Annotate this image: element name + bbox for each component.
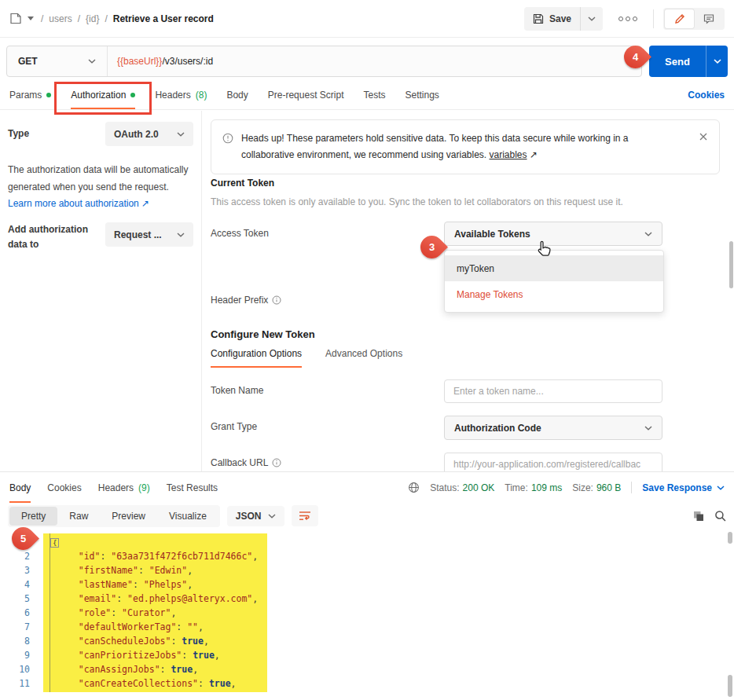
copy-icon[interactable] <box>693 511 704 522</box>
response-tab-body[interactable]: Body <box>9 472 31 503</box>
chevron-down-icon <box>177 233 185 237</box>
header-prefix-label: Header Prefix <box>211 295 281 306</box>
pencil-icon <box>674 13 685 24</box>
request-tab-settings[interactable]: Settings <box>406 81 439 109</box>
format-dropdown[interactable]: JSON <box>227 506 284 526</box>
cookies-link[interactable]: Cookies <box>688 90 725 101</box>
tab-label: Tests <box>363 90 385 101</box>
variables-link[interactable]: variables <box>490 149 527 160</box>
config-tab-configuration-options[interactable]: Configuration Options <box>211 348 302 368</box>
tab-label: Cookies <box>47 482 81 493</box>
view-tab-pretty[interactable]: Pretty <box>9 507 57 526</box>
line-content: { <box>39 535 59 549</box>
method-dropdown[interactable]: GET <box>7 56 107 67</box>
line-number[interactable]: 8 <box>0 634 39 648</box>
edit-button[interactable] <box>665 9 694 28</box>
token-name-label: Token Name <box>211 385 263 396</box>
info-icon <box>272 295 281 305</box>
more-options-button[interactable] <box>612 12 644 26</box>
auth-type-dropdown[interactable]: OAuth 2.0 <box>105 122 193 146</box>
url-variable: {{baseUrl}} <box>117 56 162 67</box>
breadcrumb-item-users[interactable]: users <box>49 13 72 24</box>
access-token-dropdown[interactable]: Available Tokens <box>444 222 662 246</box>
method-value: GET <box>18 56 38 67</box>
close-icon[interactable] <box>699 130 708 163</box>
code-line: 10 "canAssignJobs": true, <box>0 662 734 676</box>
add-to-dropdown[interactable]: Request ... <box>105 222 193 247</box>
request-tab-pre-request-script[interactable]: Pre-request Script <box>268 81 344 109</box>
url-input[interactable]: {{baseUrl}}/v3/users/:id <box>108 56 222 67</box>
scrollbar-thumb[interactable] <box>728 675 732 697</box>
line-number[interactable]: 7 <box>0 620 39 634</box>
grant-type-dropdown[interactable]: Authorization Code <box>444 416 662 440</box>
chevron-down-icon <box>714 59 721 64</box>
chevron-down-icon <box>177 132 185 137</box>
learn-more-link[interactable]: Learn more about authorization ↗ <box>8 198 149 209</box>
request-file-icon[interactable] <box>9 13 22 24</box>
breadcrumb-separator: / <box>105 13 107 24</box>
code-line: 7 "defaultWorkerTag": "", <box>0 620 734 634</box>
line-number[interactable]: 5 <box>0 592 39 606</box>
request-tab-headers[interactable]: Headers(8) <box>155 81 207 109</box>
response-tab-cookies[interactable]: Cookies <box>47 472 81 503</box>
view-tab-visualize[interactable]: Visualize <box>157 507 218 526</box>
code-line: 11 "canCreateCollections": true, <box>0 676 734 691</box>
tab-label: Headers <box>155 90 190 101</box>
request-tab-params[interactable]: Params <box>9 81 51 109</box>
request-tab-authorization[interactable]: Authorization <box>71 81 135 109</box>
tab-label: Pre-request Script <box>268 90 344 101</box>
comment-icon <box>703 13 714 24</box>
scrollbar-thumb[interactable] <box>729 241 733 288</box>
code-line: 8 "canScheduleJobs": true, <box>0 634 734 648</box>
send-options-button[interactable] <box>706 46 728 77</box>
fold-toggle-icon[interactable]: { <box>50 538 59 548</box>
toolbar-divider <box>653 9 654 28</box>
search-icon[interactable] <box>714 510 726 522</box>
green-dot <box>46 93 51 97</box>
menu-item-mytoken[interactable]: myToken <box>445 255 663 281</box>
line-number[interactable]: 4 <box>0 577 39 592</box>
send-button[interactable]: Send <box>649 46 728 77</box>
request-tab-tests[interactable]: Tests <box>363 81 385 109</box>
breadcrumb-item-id[interactable]: {id} <box>86 13 99 24</box>
save-response-button[interactable]: Save Response <box>642 482 725 493</box>
view-tab-raw[interactable]: Raw <box>57 507 100 526</box>
save-options-button[interactable] <box>580 7 603 31</box>
access-token-value: Available Tokens <box>454 229 530 240</box>
response-tab-headers[interactable]: Headers(9) <box>98 472 150 503</box>
response-tab-test-results[interactable]: Test Results <box>167 472 218 503</box>
add-to-value: Request ... <box>114 229 162 240</box>
request-bar: GET {{baseUrl}}/v3/users/:id Send <box>6 46 728 77</box>
request-title[interactable]: Retrieve a User record <box>113 13 214 24</box>
scrollbar-thumb[interactable] <box>728 532 732 544</box>
line-content: "email": "ed.phelps@alteryx.com", <box>39 592 258 606</box>
line-number[interactable]: 6 <box>0 606 39 620</box>
config-tab-advanced-options[interactable]: Advanced Options <box>325 348 402 368</box>
send-label: Send <box>649 46 706 77</box>
token-name-input[interactable] <box>444 379 662 403</box>
current-token-description: This access token is only available to y… <box>211 196 623 207</box>
auth-type-value: OAuth 2.0 <box>114 129 159 140</box>
breadcrumb-separator: / <box>41 13 43 24</box>
menu-item-manage-tokens[interactable]: Manage Tokens <box>445 281 663 307</box>
line-number[interactable]: 9 <box>0 648 39 662</box>
line-number[interactable]: 11 <box>0 676 39 691</box>
save-button[interactable]: Save <box>524 7 580 31</box>
response-toolbar: PrettyRawPreviewVisualize JSON <box>0 503 734 529</box>
comment-button[interactable] <box>694 9 723 28</box>
line-number[interactable]: 2 <box>0 549 39 563</box>
save-label: Save <box>549 13 571 24</box>
code-line: 4 "lastName": "Phelps", <box>0 577 734 592</box>
line-number[interactable]: 10 <box>0 662 39 676</box>
response-body-editor[interactable]: 1{2 "id": "63aa731f472f6cb711d7466c",3 "… <box>0 529 734 700</box>
meta-divider <box>631 482 632 493</box>
network-globe-icon[interactable] <box>408 482 420 493</box>
request-tab-body[interactable]: Body <box>226 81 248 109</box>
callback-url-input[interactable] <box>444 453 662 471</box>
wrap-lines-button[interactable] <box>292 505 318 526</box>
line-number[interactable]: 3 <box>0 563 39 577</box>
view-tab-preview[interactable]: Preview <box>100 507 157 526</box>
tab-count: (8) <box>196 90 207 101</box>
grant-type-value: Authorization Code <box>454 423 541 434</box>
breadcrumb-caret-icon[interactable] <box>28 16 34 20</box>
